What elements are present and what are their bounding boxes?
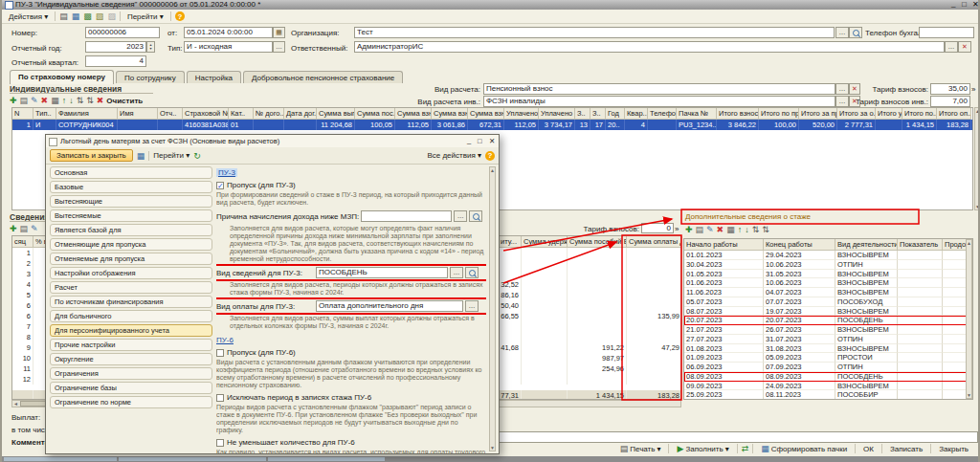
dialog-restore-icon[interactable]: □: [478, 137, 482, 145]
sort-desc-icon[interactable]: ⇅: [762, 225, 769, 234]
edit-icon[interactable]: ✎: [31, 96, 38, 105]
column-header[interactable]: Год: [606, 108, 625, 120]
vid-inv-field[interactable]: ФСЗН инвалиды: [483, 96, 835, 107]
year-field[interactable]: 2023: [85, 41, 146, 53]
resp-clear-icon[interactable]: ✕: [958, 41, 971, 53]
dialog-nav-item[interactable]: Отменяемые для пропуска: [50, 253, 212, 265]
dialog-nav-item[interactable]: Вытесняемые: [50, 209, 212, 222]
column-header[interactable]: Уплачено п..: [539, 108, 575, 120]
tarif-more-icon[interactable]: »: [971, 85, 975, 94]
column-header[interactable]: Сумма вып..: [317, 108, 355, 120]
tab-2[interactable]: Настройка: [187, 71, 241, 83]
skip-pu6-checkbox[interactable]: Пропуск (для ПУ-6): [216, 348, 486, 357]
pu6-link[interactable]: ПУ-6: [216, 336, 234, 344]
delete-icon[interactable]: ✖: [41, 96, 49, 105]
list-icon[interactable]: ▦: [726, 225, 735, 234]
reason-field[interactable]: [361, 210, 452, 222]
sort-asc-icon[interactable]: ⇅: [77, 96, 84, 105]
clear-button[interactable]: Очистить: [106, 97, 143, 105]
move-down-icon[interactable]: ↓: [745, 225, 749, 234]
dialog-nav-item[interactable]: Базовые: [50, 181, 212, 193]
skip-pu3-checkbox[interactable]: ✓ Пропуск (для ПУ-3): [216, 181, 486, 189]
org-field[interactable]: Тест: [354, 27, 835, 38]
add-icon[interactable]: ✚: [685, 225, 693, 234]
stazh-row[interactable]: 01.09.202305.09.2023ПРОСТОИ: [684, 353, 972, 363]
exchange-icon[interactable]: ⇄: [742, 444, 749, 453]
save-icon[interactable]: ▦: [137, 151, 145, 161]
dialog-nav-item[interactable]: Для персонифицированного учета: [50, 324, 212, 337]
move-down-icon[interactable]: ↓: [69, 96, 74, 105]
dialog-minimize-icon[interactable]: _: [467, 136, 471, 144]
column-header[interactable]: Сумма взн..: [395, 108, 432, 120]
stazh-row[interactable]: 25.09.202308.11.2023ПОСОББИР: [684, 390, 972, 400]
column-header[interactable]: Сумма пособий БИР: [568, 236, 627, 248]
form-packs-button[interactable]: ▦Сформировать пачки: [757, 444, 851, 453]
column-header[interactable]: Дата дог..: [284, 108, 317, 120]
add-icon[interactable]: ✚: [10, 96, 17, 105]
actions-menu[interactable]: Действия ▾: [6, 12, 51, 21]
dialog-nav-item[interactable]: Настройки отображения: [50, 267, 212, 279]
vid-select-button[interactable]: …: [835, 83, 849, 95]
ok-button[interactable]: ОК: [859, 445, 878, 453]
column-header[interactable]: Кат..: [229, 108, 254, 120]
sort-desc-icon[interactable]: ⇅: [86, 96, 94, 105]
exclude-period-checkbox[interactable]: Исключать период в записях стажа ПУ-6: [216, 393, 486, 402]
column-header[interactable]: З..: [590, 108, 606, 120]
column-header[interactable]: иту...: [499, 236, 522, 248]
tarif-field[interactable]: 35,00: [930, 83, 970, 95]
year-spinner[interactable]: ▴▾: [146, 41, 155, 53]
dialog-nav-item[interactable]: Отменяющие для пропуска: [50, 238, 212, 251]
refresh-icon[interactable]: ↻: [193, 151, 201, 161]
column-header[interactable]: Продолжительность..: [943, 239, 967, 251]
move-up-icon[interactable]: ↑: [62, 96, 67, 105]
stazh-row[interactable]: 30.04.202310.06.2023ОТПИН: [684, 260, 972, 270]
edit-icon[interactable]: ✎: [31, 224, 38, 233]
stazh-row[interactable]: 01.06.202310.06.2023ВЗНОСЫВРЕМ: [684, 278, 972, 288]
dialog-close-icon[interactable]: ✕: [489, 137, 495, 145]
column-header[interactable]: Итого по проверке: [759, 108, 799, 120]
calendar-icon[interactable]: ▦: [273, 27, 285, 38]
org-select-button[interactable]: …: [835, 27, 849, 38]
resp-select-button[interactable]: …: [945, 41, 958, 53]
column-header[interactable]: Итого по..: [902, 108, 937, 120]
stazh-row[interactable]: 27.07.202331.07.2023ОТПИН: [684, 335, 972, 344]
column-header[interactable]: Итого уд..: [876, 108, 902, 120]
date-field[interactable]: 05.01.2024 0:00:00: [184, 27, 273, 38]
help-icon[interactable]: ?: [175, 11, 185, 21]
write-button[interactable]: Записать: [886, 445, 926, 453]
notebook-add-icon[interactable]: ▧: [96, 11, 104, 21]
type-select-button[interactable]: …: [273, 41, 285, 53]
column-header[interactable]: Конец работы: [764, 239, 835, 251]
edit-icon[interactable]: ✎: [706, 225, 714, 234]
stazh-row[interactable]: 20.07.202320.07.2023ПОСОБДЕНЬ: [684, 316, 972, 325]
goto-menu[interactable]: Перейти ▾: [124, 12, 167, 21]
main-table-scrollbar[interactable]: ▲▼: [974, 107, 980, 210]
copy-icon[interactable]: ▤: [696, 225, 704, 234]
org-search-icon[interactable]: [849, 27, 862, 38]
quarter-field[interactable]: 4: [85, 55, 146, 67]
preview-icon[interactable]: ▦: [72, 11, 80, 21]
stazh-row[interactable]: 01.08.202331.08.2023ВЗНОСЫВРЕМ: [684, 344, 972, 354]
dialog-nav-item[interactable]: Ограничения: [50, 367, 212, 380]
employee-row[interactable]: 1ИСОТРУДНИК0044160381А038..0111 204,6810…: [12, 120, 972, 130]
stazh-row[interactable]: 09.09.202324.09.2023ВЗНОСЫВРЕМ: [684, 382, 972, 391]
pu3-link[interactable]: ПУ-3: [216, 168, 237, 177]
vid-oplaty-field[interactable]: Оплата дополнительного дня: [316, 300, 463, 312]
stazh-row[interactable]: 05.07.202307.07.2023ПОСОБУХОД: [684, 297, 972, 307]
restore-icon[interactable]: □: [962, 0, 967, 9]
tab-0[interactable]: По страховому номеру: [10, 70, 114, 84]
stazh-row[interactable]: 11.06.202304.07.2023ВЗНОСЫВРЕМ: [684, 288, 972, 297]
vid-oplaty-select-button[interactable]: …: [465, 300, 479, 312]
list-icon[interactable]: ▦: [51, 96, 59, 105]
print-button[interactable]: ▤Печать ▾: [616, 444, 665, 453]
vid-clear-icon[interactable]: ✕: [849, 83, 860, 95]
fill-button[interactable]: ▶Заполнить ▾: [673, 444, 732, 453]
column-header[interactable]: Имя: [118, 108, 158, 120]
reason-search-icon[interactable]: [469, 210, 482, 222]
stazh-scrollbar[interactable]: ▲▼: [966, 239, 972, 399]
tab-3[interactable]: Добровольное пенсионное страхование: [243, 71, 403, 83]
column-header[interactable]: Страховой №: [183, 108, 229, 120]
column-header[interactable]: Итого за простой: [799, 108, 837, 120]
column-header[interactable]: Итого взнос..: [717, 108, 759, 120]
copy-icon[interactable]: ▤: [20, 96, 29, 105]
